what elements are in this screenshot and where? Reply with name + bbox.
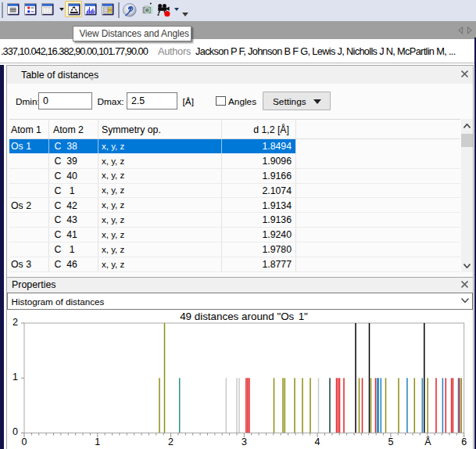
- svg-text:1: 1: [95, 436, 100, 447]
- svg-text:4: 4: [315, 436, 320, 447]
- svg-text:0: 0: [13, 426, 18, 437]
- svg-text:2: 2: [168, 436, 174, 447]
- svg-text:2: 2: [13, 317, 18, 328]
- svg-text:5: 5: [388, 436, 393, 447]
- svg-text:3: 3: [242, 436, 247, 447]
- svg-text:1: 1: [13, 372, 18, 383]
- svg-text:49 distances around "Os 1": 49 distances around "Os 1": [180, 311, 308, 322]
- svg-text:Å: Å: [424, 436, 431, 447]
- svg-text:0: 0: [22, 436, 27, 447]
- svg-text:6: 6: [461, 436, 467, 447]
